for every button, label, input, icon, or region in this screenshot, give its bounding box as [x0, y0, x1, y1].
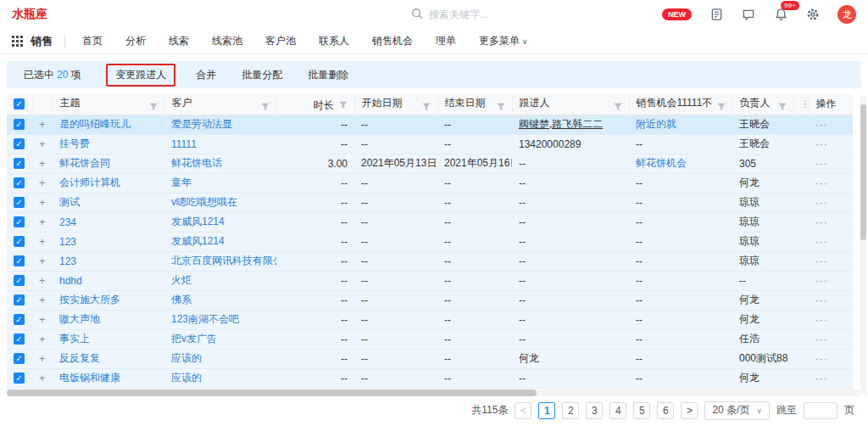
select-all-checkbox[interactable]: ✓ — [14, 98, 25, 109]
search-box[interactable]: 搜索关键字... — [411, 8, 606, 22]
page-button-5[interactable]: 5 — [633, 402, 650, 419]
customer-link[interactable]: 把v发广告 — [171, 333, 217, 345]
app-grid-icon[interactable] — [12, 36, 23, 47]
expand-row-button[interactable]: + — [39, 216, 46, 228]
gear-icon[interactable] — [805, 7, 821, 22]
customer-link[interactable]: 佛系 — [171, 294, 192, 305]
customer-link[interactable]: 童年 — [171, 177, 192, 188]
notes-icon[interactable] — [709, 7, 724, 22]
row-more-button[interactable]: ··· — [815, 158, 828, 170]
row-checkbox[interactable]: ✓ — [14, 197, 25, 208]
vertical-scrollbar[interactable] — [860, 96, 866, 395]
subject-link[interactable]: 会计师计算机 — [59, 177, 120, 188]
row-more-button[interactable]: ··· — [815, 255, 828, 267]
subject-link[interactable]: 事实上 — [59, 333, 90, 345]
subject-link[interactable]: 123 — [59, 236, 76, 248]
subject-link[interactable]: 挂号费 — [59, 137, 90, 149]
customer-link[interactable]: 发威风1214 — [171, 235, 225, 247]
expand-row-button[interactable]: + — [39, 333, 46, 345]
expand-row-button[interactable]: + — [39, 313, 46, 326]
row-checkbox[interactable]: ✓ — [14, 216, 25, 227]
bell-icon[interactable]: 99+ — [773, 7, 788, 22]
horizontal-scrollbar[interactable] — [7, 390, 861, 396]
subject-link[interactable]: 测试 — [59, 196, 80, 208]
row-more-button[interactable]: ··· — [815, 119, 828, 131]
page-button-1[interactable]: 1 — [538, 402, 555, 419]
row-checkbox[interactable]: ✓ — [14, 373, 25, 384]
expand-row-button[interactable]: + — [39, 137, 46, 150]
row-more-button[interactable]: ··· — [815, 216, 828, 228]
page-size-select[interactable]: 20 条/页 ∨ — [704, 401, 770, 420]
row-checkbox[interactable]: ✓ — [14, 314, 25, 325]
page-button-2[interactable]: 2 — [562, 402, 579, 419]
avatar[interactable]: 龙 — [837, 5, 856, 24]
subject-link[interactable]: hdhd — [59, 275, 82, 287]
customer-link[interactable]: 应该的 — [171, 352, 202, 364]
expand-row-button[interactable]: + — [39, 196, 46, 209]
nav-item-7[interactable]: 理单 — [436, 34, 456, 48]
expand-row-button[interactable]: + — [39, 177, 46, 189]
opportunity-link[interactable]: 附近的就 — [636, 118, 676, 130]
filter-icon[interactable] — [339, 101, 348, 109]
subject-link[interactable]: 按实施大所多 — [59, 294, 120, 305]
row-checkbox[interactable]: ✓ — [14, 353, 25, 364]
expand-row-button[interactable]: + — [39, 118, 46, 131]
nav-item-1[interactable]: 分析 — [125, 34, 146, 48]
module-title[interactable]: 销售 — [31, 34, 53, 49]
row-checkbox[interactable]: ✓ — [14, 236, 25, 247]
action-button-0[interactable]: 变更跟进人 — [106, 64, 175, 87]
expand-row-button[interactable]: + — [39, 294, 46, 306]
row-more-button[interactable]: ··· — [815, 138, 828, 150]
row-checkbox[interactable]: ✓ — [14, 255, 25, 266]
page-button-4[interactable]: 4 — [609, 402, 626, 419]
row-more-button[interactable]: ··· — [815, 353, 828, 365]
subject-link[interactable]: 鲜花饼合同 — [59, 157, 110, 169]
nav-item-2[interactable]: 线索 — [169, 34, 189, 48]
nav-item-4[interactable]: 客户池 — [265, 34, 296, 48]
filter-icon[interactable] — [497, 103, 505, 111]
row-checkbox[interactable]: ✓ — [14, 177, 25, 188]
nav-item-6[interactable]: 销售机会 — [372, 34, 413, 48]
subject-link[interactable]: 123 — [59, 255, 76, 267]
subject-link[interactable]: 234 — [59, 216, 76, 228]
row-checkbox[interactable]: ✓ — [14, 275, 25, 286]
row-more-button[interactable]: ··· — [815, 177, 828, 189]
row-more-button[interactable]: ··· — [815, 275, 828, 287]
row-more-button[interactable]: ··· — [815, 373, 828, 384]
horizontal-scrollbar-thumb[interactable] — [7, 390, 537, 396]
row-more-button[interactable]: ··· — [815, 197, 828, 209]
filter-icon[interactable] — [149, 103, 158, 111]
row-more-button[interactable]: ··· — [815, 236, 828, 248]
row-checkbox[interactable]: ✓ — [14, 119, 25, 130]
subject-link[interactable]: 电饭锅和健康 — [59, 372, 120, 384]
filter-icon[interactable] — [261, 103, 270, 111]
row-more-button[interactable]: ··· — [815, 334, 828, 345]
subject-link[interactable]: 嗷大声地 — [59, 313, 100, 325]
filter-icon[interactable] — [717, 103, 726, 111]
filter-icon[interactable] — [422, 103, 431, 111]
row-checkbox[interactable]: ✓ — [14, 158, 25, 169]
expand-row-button[interactable]: + — [39, 235, 46, 248]
customer-link[interactable]: 应该的 — [171, 372, 202, 384]
nav-item-8[interactable]: 更多菜单∨ — [479, 34, 528, 48]
filter-icon[interactable] — [778, 103, 787, 111]
opportunity-link[interactable]: 鲜花饼机会 — [636, 157, 687, 169]
expand-row-button[interactable]: + — [39, 157, 46, 170]
filter-icon[interactable] — [614, 103, 622, 111]
expand-row-button[interactable]: + — [39, 352, 46, 365]
jump-page-input[interactable] — [804, 402, 837, 419]
page-button-3[interactable]: 3 — [586, 402, 603, 419]
prev-page-button[interactable]: < — [515, 402, 531, 419]
next-page-button[interactable]: > — [681, 402, 698, 419]
action-button-1[interactable]: 合并 — [196, 68, 216, 82]
column-settings-icon[interactable]: ⋮ — [801, 98, 810, 109]
row-checkbox[interactable]: ✓ — [14, 334, 25, 345]
row-checkbox[interactable]: ✓ — [14, 138, 25, 149]
expand-row-button[interactable]: + — [39, 255, 46, 267]
nav-item-0[interactable]: 首页 — [82, 34, 103, 48]
subject-link[interactable]: 反反复复 — [59, 352, 100, 364]
expand-row-button[interactable]: + — [39, 274, 46, 287]
customer-link[interactable]: 北京百度网讯科技有限公司 — [171, 255, 276, 266]
customer-link[interactable]: 火炬 — [171, 274, 192, 286]
action-button-3[interactable]: 批量删除 — [308, 68, 348, 82]
